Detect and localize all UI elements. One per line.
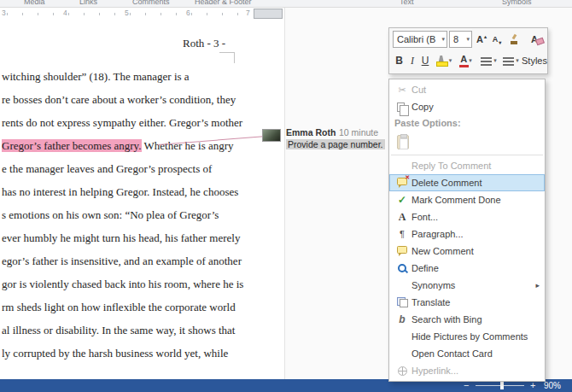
zoom-level[interactable]: 90% [544, 381, 561, 390]
submenu-arrow-icon: ▸ [535, 281, 540, 290]
menu-item-translate[interactable]: Translate [389, 294, 545, 311]
menu-item-search-with-bing[interactable]: b Search with Bing [389, 311, 545, 328]
bullets-button[interactable] [478, 52, 499, 69]
bing-icon: b [399, 313, 405, 325]
italic-button[interactable]: I [406, 52, 418, 69]
ruler-number: 3 [2, 9, 6, 17]
menu-item-hyperlink: Hyperlink... [389, 362, 545, 379]
font-size-select[interactable]: 8 [449, 31, 472, 48]
format-painter-button[interactable] [505, 31, 522, 48]
mini-toolbar-row-2: B I U A Styles [389, 52, 547, 73]
text-line: egor’s father is insensitive, and an exa… [2, 249, 243, 272]
menu-separator [391, 155, 543, 155]
text-line: Gregor’s father becomes angry. Whether h… [2, 134, 243, 157]
highlighter-icon [436, 55, 447, 67]
mini-toolbar-row-1: Calibri (B 8 A A A [389, 31, 547, 51]
comment-author: Emma Roth [286, 127, 336, 137]
font-color-button[interactable]: A [456, 52, 476, 69]
text-line: e the manager leaves and Gregor’s prospe… [2, 157, 243, 180]
font-dialog-icon: A [399, 211, 406, 224]
text-line: ever humbly he might turn his head, his … [2, 226, 243, 249]
numbered-list-icon [503, 57, 514, 66]
paste-icon [397, 135, 409, 149]
margin-corner-mark [219, 52, 235, 63]
ribbon-group-text: Text [400, 0, 414, 6]
menu-item-paragraph[interactable]: ¶ Paragraph... [389, 225, 545, 243]
text-line: gor is violently chased back into his ro… [2, 272, 243, 295]
ruler-right-margin[interactable] [254, 9, 283, 19]
text-line: al illness or disability. In the same wa… [2, 319, 243, 342]
grow-font-button[interactable]: A [473, 31, 489, 48]
scissors-icon: ✂ [398, 85, 406, 96]
copy-icon [397, 102, 405, 112]
text-line: rents do not express sympathy either. Gr… [2, 111, 243, 134]
menu-item-copy[interactable]: Copy [389, 98, 545, 115]
menu-item-open-contact-card[interactable]: Open Contact Card [389, 345, 545, 362]
ribbon-group-symbols: Symbols [502, 0, 532, 6]
check-icon: ✓ [398, 194, 406, 206]
styles-button[interactable]: Styles [522, 52, 547, 69]
text-line: has no interest in helping Gregor. Inste… [2, 180, 243, 203]
horizontal-ruler[interactable]: 3 4 5 6 7 [0, 8, 284, 20]
paste-options-row [389, 131, 545, 153]
new-comment-icon [397, 246, 407, 254]
menu-item-reply-to-comment: Reply To Comment [389, 157, 545, 174]
delete-comment-icon [397, 178, 407, 185]
ruler-number: 7 [246, 9, 250, 17]
text-line: rm sheds light on how inflexible the cor… [2, 295, 243, 319]
context-menu: ✂ Cut Copy Paste Options: Reply To Comme… [388, 79, 546, 382]
ribbon-group-header-footer: Header & Footer [195, 0, 252, 6]
text-line: ly corrupted by the harsh business world… [2, 342, 243, 365]
ruler-number: 5 [125, 9, 129, 17]
ruler-number: 4 [63, 9, 67, 17]
underline-button[interactable]: U [418, 52, 432, 69]
menu-item-hide-pictures-by-comments[interactable]: Hide Pictures by Comments [389, 328, 545, 345]
shrink-font-icon: A [493, 35, 501, 44]
paste-options-label: Paste Options: [389, 115, 545, 131]
menu-item-define[interactable]: Define [389, 260, 545, 277]
paragraph-icon: ¶ [400, 229, 405, 239]
shrink-font-button[interactable]: A [489, 31, 504, 48]
bullet-list-icon [481, 57, 492, 66]
clear-formatting-icon: A [531, 34, 538, 44]
word-window: Media Links Comments Header & Footer Tex… [0, 0, 572, 392]
ribbon-group-labels: Media Links Comments Header & Footer Tex… [0, 0, 572, 8]
mini-toolbar: Calibri (B 8 A A A B I U A Styles [388, 27, 548, 74]
commented-text[interactable]: Gregor’s father becomes angry. [2, 139, 142, 152]
page-header: Roth - 3 - [183, 37, 225, 50]
text-line: s emotions on his own son: “No plea of G… [2, 203, 243, 226]
ruler-number: 6 [186, 9, 190, 17]
font-color-icon: A [460, 55, 467, 64]
bold-button[interactable]: B [392, 52, 406, 69]
text-line: re bosses don’t care about a worker’s co… [2, 88, 243, 111]
font-name-select[interactable]: Calibri (B [393, 31, 447, 48]
zoom-slider-thumb[interactable] [500, 382, 504, 389]
document-text[interactable]: witching shoulder” (18). The manager is … [2, 65, 243, 365]
hyperlink-icon [398, 366, 407, 376]
comment-timestamp: 10 minute [339, 127, 378, 137]
text-highlight-color-button[interactable] [434, 52, 454, 69]
comment-text[interactable]: Provide a page number. [286, 139, 385, 149]
menu-item-delete-comment[interactable]: Delete Comment [389, 174, 545, 191]
clear-formatting-button[interactable]: A [524, 31, 545, 48]
format-painter-icon [510, 34, 518, 44]
menu-item-cut: ✂ Cut [389, 81, 545, 98]
ribbon-group-comments: Comments [132, 0, 170, 6]
comment-author-avatar[interactable] [262, 129, 281, 142]
define-icon [397, 263, 408, 274]
menu-item-synonyms[interactable]: Synonyms ▸ [389, 277, 545, 294]
menu-item-font[interactable]: A Font... [389, 208, 545, 225]
text-line: witching shoulder” (18). The manager is … [2, 65, 243, 88]
numbering-button[interactable] [500, 52, 522, 69]
ribbon-group-media: Media [24, 0, 45, 6]
menu-item-mark-comment-done[interactable]: ✓ Mark Comment Done [389, 191, 545, 208]
menu-item-new-comment[interactable]: New Comment [389, 243, 545, 260]
ribbon-group-links: Links [79, 0, 97, 6]
translate-icon [397, 297, 408, 307]
grow-font-icon: A [476, 34, 486, 44]
